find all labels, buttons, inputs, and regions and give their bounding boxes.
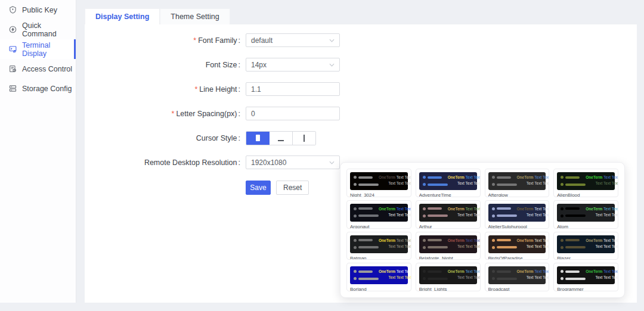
preview-bar bbox=[358, 214, 379, 217]
save-button[interactable]: Save bbox=[246, 181, 271, 195]
theme-card[interactable]: OneTerm Text Text Text Text Text Borland bbox=[346, 263, 411, 291]
theme-terminal-preview: OneTerm Text Text Text Text Text bbox=[350, 204, 408, 222]
tab-theme-setting[interactable]: Theme Setting bbox=[160, 8, 230, 24]
theme-card[interactable]: OneTerm Text Text Text Text Text BirdsOf… bbox=[485, 232, 550, 260]
theme-terminal-preview: OneTerm Text Text Text Text Text bbox=[488, 204, 546, 222]
settings-tabbar: Display Setting Theme Setting bbox=[85, 8, 230, 24]
preview-bar bbox=[565, 214, 586, 217]
preview-dot bbox=[561, 183, 564, 186]
theme-card[interactable]: OneTerm Text Text Text Text Text Blazer bbox=[553, 232, 618, 260]
theme-name-label: Borland bbox=[350, 287, 408, 291]
resolution-select[interactable]: 1920x1080 bbox=[246, 156, 340, 169]
theme-card[interactable]: OneTerm Text Text Text Text Text Broadca… bbox=[485, 263, 550, 291]
preview-bar bbox=[358, 270, 373, 273]
line-height-input[interactable] bbox=[246, 82, 340, 96]
theme-card[interactable]: OneTerm Text Text Text Text Text Atom bbox=[553, 200, 618, 229]
theme-name-label: AdventureTime bbox=[419, 192, 477, 197]
preview-bar bbox=[358, 184, 379, 186]
theme-card[interactable]: OneTerm Text Text Text Text Text Brogram… bbox=[553, 263, 618, 291]
cursor-underline-option[interactable] bbox=[270, 132, 293, 145]
preview-text-line2: Text Text Text bbox=[379, 181, 411, 186]
preview-dot bbox=[561, 214, 564, 217]
preview-text-line1: Text Text bbox=[397, 175, 411, 179]
preview-dot bbox=[561, 246, 564, 249]
font-size-value: 14px bbox=[251, 61, 267, 69]
sidebar-item-terminal-display[interactable]: Terminal Display bbox=[0, 39, 76, 59]
preview-dot bbox=[354, 270, 357, 273]
preview-text-line2: Text Text Text bbox=[517, 244, 550, 250]
preview-dot bbox=[561, 176, 564, 179]
theme-card[interactable]: OneTerm Text Text Text Text Text Argonau… bbox=[346, 200, 411, 229]
preview-bar bbox=[358, 207, 373, 210]
sidebar-item-public-key[interactable]: Public Key bbox=[0, 0, 76, 20]
sidebar-item-storage-config[interactable]: Storage Config bbox=[0, 79, 76, 98]
preview-bar bbox=[497, 184, 517, 186]
preview-dot bbox=[492, 176, 495, 179]
preview-dot bbox=[492, 270, 495, 273]
letter-spacing-input[interactable] bbox=[246, 107, 340, 120]
sidebar-item-label: Quick Command bbox=[22, 21, 76, 38]
letter-spacing-label: *Letter Spacing(px): bbox=[85, 110, 246, 118]
theme-card[interactable]: OneTerm Text Text Text Text Text Atelier… bbox=[485, 200, 550, 229]
theme-terminal-preview: OneTerm Text Text Text Text Text bbox=[350, 235, 408, 253]
preview-text-line1: Text Text bbox=[534, 175, 549, 179]
preview-brand-text: OneTerm bbox=[517, 207, 534, 211]
preview-dot bbox=[423, 183, 426, 186]
preview-dot bbox=[423, 277, 426, 280]
preview-dot bbox=[354, 183, 357, 186]
sidebar-item-quick-command[interactable]: Quick Command bbox=[0, 20, 76, 39]
theme-terminal-preview: OneTerm Text Text Text Text Text bbox=[350, 266, 408, 284]
preview-dot bbox=[561, 207, 564, 210]
cursor-block-option[interactable] bbox=[246, 132, 270, 145]
reset-button[interactable]: Reset bbox=[276, 181, 309, 195]
preview-bar bbox=[358, 246, 379, 248]
theme-card[interactable]: OneTerm Text Text Text Text Text Adventu… bbox=[416, 169, 481, 197]
preview-dot bbox=[354, 214, 357, 217]
preview-text-line2: Text Text Text bbox=[379, 212, 411, 218]
theme-card[interactable]: OneTerm Text Text Text Text Text Arthur bbox=[416, 200, 481, 229]
font-size-select[interactable]: 14px bbox=[246, 58, 340, 71]
cursor-style-label: Cursor Style: bbox=[85, 134, 246, 142]
resolution-value: 1920x1080 bbox=[251, 158, 286, 167]
preview-brand-text: OneTerm bbox=[379, 238, 395, 242]
preview-text-line2: Text Text Text bbox=[586, 212, 618, 218]
preview-bar bbox=[565, 184, 586, 186]
preview-text-line2: Text Text Text bbox=[448, 275, 481, 281]
theme-terminal-preview: OneTerm Text Text Text Text Text bbox=[557, 204, 615, 222]
theme-card[interactable]: OneTerm Text Text Text Text Text AlienBl… bbox=[553, 169, 618, 197]
preview-bar bbox=[428, 239, 442, 241]
preview-bar bbox=[428, 207, 442, 210]
theme-card[interactable]: OneTerm Text Text Text Text Text Belafon… bbox=[416, 232, 481, 260]
preview-dot bbox=[354, 239, 357, 242]
cursor-bar-option[interactable] bbox=[293, 132, 315, 145]
preview-brand-text: OneTerm bbox=[448, 207, 465, 211]
preview-dot bbox=[354, 246, 357, 249]
theme-card[interactable]: OneTerm Text Text Text Text Text Aftergl… bbox=[485, 169, 550, 197]
terminal-display-icon bbox=[9, 45, 17, 53]
preview-dot bbox=[492, 239, 495, 242]
preview-bar bbox=[497, 207, 511, 210]
preview-bar bbox=[497, 239, 511, 241]
preview-bar bbox=[428, 270, 442, 273]
sidebar-item-access-control[interactable]: Access Control bbox=[0, 59, 76, 79]
preview-brand-text: OneTerm bbox=[448, 269, 465, 273]
theme-terminal-preview: OneTerm Text Text Text Text Text bbox=[557, 266, 615, 284]
theme-card[interactable]: OneTerm Text Text Text Text Text Batman bbox=[346, 232, 411, 260]
theme-name-label: Broadcast bbox=[488, 287, 546, 291]
theme-card[interactable]: OneTerm Text Text Text Text Text Bright_… bbox=[416, 263, 481, 291]
theme-card[interactable]: OneTerm Text Text Text Text Text Night_3… bbox=[346, 169, 411, 197]
preview-text-line2: Text Text Text bbox=[586, 275, 618, 281]
theme-terminal-preview: OneTerm Text Text Text Text Text bbox=[557, 235, 615, 253]
theme-name-label: Blazer bbox=[557, 256, 615, 260]
theme-name-label: Bright_Lights bbox=[419, 287, 477, 291]
font-family-select[interactable]: default bbox=[246, 33, 340, 47]
form-row-line-height: *Line Height: bbox=[85, 82, 637, 96]
tab-display-setting[interactable]: Display Setting bbox=[85, 8, 160, 24]
preview-brand-text: OneTerm bbox=[586, 207, 602, 211]
preview-bar bbox=[497, 176, 511, 179]
preview-brand-text: OneTerm bbox=[448, 238, 465, 242]
preview-bar bbox=[428, 214, 448, 217]
preview-bar bbox=[428, 176, 442, 179]
preview-text-line1: Text Text bbox=[603, 238, 618, 242]
preview-text-line1: Text Text bbox=[466, 238, 481, 242]
